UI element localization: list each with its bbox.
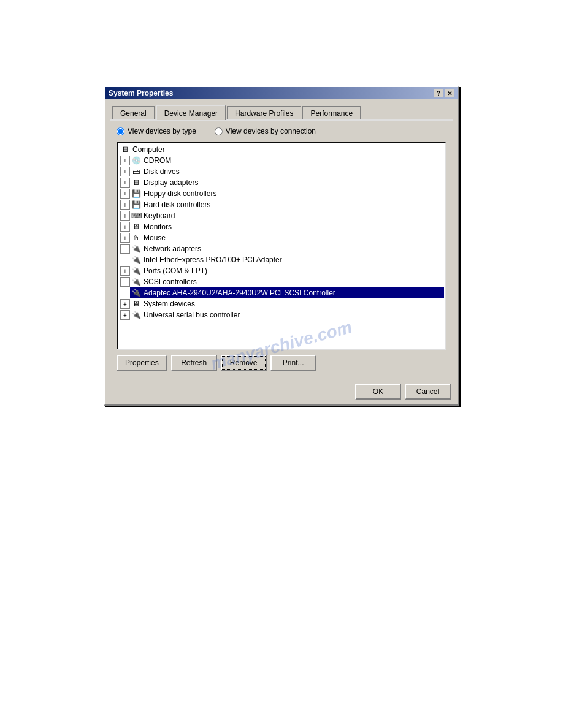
tree-label-display-adapters: Display adapters xyxy=(144,178,198,187)
floppy-icon: 💾 xyxy=(131,189,141,199)
expand-usb[interactable]: + xyxy=(120,310,130,320)
cancel-button[interactable]: Cancel xyxy=(405,384,451,400)
scsi-icon: 🔌 xyxy=(131,277,141,287)
tree-item-display-adapters[interactable]: + 🖥 Display adapters xyxy=(119,177,444,188)
ports-icon: 🔌 xyxy=(131,266,141,276)
radio-by-connection-input[interactable] xyxy=(215,127,223,135)
tree-label-network-adapters: Network adapters xyxy=(144,245,201,253)
dialog-content: General Device Manager Hardware Profiles… xyxy=(105,99,458,404)
tree-item-ports[interactable]: + 🔌 Ports (COM & LPT) xyxy=(119,265,444,276)
system-devices-icon: 🖥 xyxy=(131,299,141,309)
view-radio-group: View devices by type View devices by con… xyxy=(117,127,446,135)
disk-drives-icon: 🗃 xyxy=(131,167,141,176)
tree-label-hard-disk: Hard disk controllers xyxy=(144,200,210,209)
tree-label-system-devices: System devices xyxy=(144,300,195,308)
tab-performance[interactable]: Performance xyxy=(302,106,361,120)
expand-network-adapters[interactable]: − xyxy=(120,244,130,254)
tab-bar: General Device Manager Hardware Profiles… xyxy=(110,104,453,119)
tree-item-floppy[interactable]: + 💾 Floppy disk controllers xyxy=(119,188,444,199)
tab-general[interactable]: General xyxy=(112,106,155,120)
usb-icon: 🔌 xyxy=(131,310,141,320)
tree-label-usb: Universal serial bus controller xyxy=(144,311,240,319)
tree-item-hard-disk[interactable]: + 💾 Hard disk controllers xyxy=(119,199,444,210)
adaptec-icon: 🔌 xyxy=(131,288,141,298)
expand-display-adapters[interactable]: + xyxy=(120,178,130,188)
tree-item-adaptec[interactable]: 🔌 Adaptec AHA-2940U2/AHA-2940U2W PCI SCS… xyxy=(130,287,444,298)
tree-label-disk-drives: Disk drives xyxy=(144,167,180,176)
tree-label-monitors: Monitors xyxy=(144,222,172,231)
computer-icon: 🖥 xyxy=(120,145,130,154)
display-adapters-icon: 🖥 xyxy=(131,178,141,188)
tree-item-disk-drives[interactable]: + 🗃 Disk drives xyxy=(119,166,444,177)
expand-monitors[interactable]: + xyxy=(120,222,130,232)
expand-hard-disk[interactable]: + xyxy=(120,200,130,210)
expand-mouse[interactable]: + xyxy=(120,233,130,243)
hard-disk-icon: 💾 xyxy=(131,200,141,210)
radio-by-connection-label: View devices by connection xyxy=(226,127,316,135)
tree-label-mouse: Mouse xyxy=(144,233,166,242)
network-adapters-icon: 🔌 xyxy=(131,244,141,254)
expand-floppy[interactable]: + xyxy=(120,189,130,199)
expand-keyboard[interactable]: + xyxy=(120,211,130,221)
tree-label-adaptec: Adaptec AHA-2940U2/AHA-2940U2W PCI SCSI … xyxy=(144,289,335,297)
tree-item-monitors[interactable]: + 🖥 Monitors xyxy=(119,221,444,232)
tree-item-computer[interactable]: 🖥 Computer xyxy=(119,144,444,155)
tree-item-mouse[interactable]: + 🖱 Mouse xyxy=(119,232,444,243)
system-properties-dialog: System Properties ? ✕ General Device Man… xyxy=(104,86,459,406)
keyboard-icon: ⌨ xyxy=(131,211,141,221)
tree-item-cdrom[interactable]: + 💿 CDROM xyxy=(119,155,444,166)
tree-label-ports: Ports (COM & LPT) xyxy=(144,267,207,275)
tree-item-system-devices[interactable]: + 🖥 System devices xyxy=(119,298,444,309)
tab-panel-device-manager: View devices by type View devices by con… xyxy=(110,119,453,377)
tab-device-manager[interactable]: Device Manager xyxy=(156,105,226,120)
tree-item-usb[interactable]: + 🔌 Universal serial bus controller xyxy=(119,309,444,320)
intel-eth-icon: 🔌 xyxy=(131,255,141,265)
print-button[interactable]: Print... xyxy=(270,355,316,371)
remove-button[interactable]: Remove xyxy=(221,355,267,371)
title-bar-buttons: ? ✕ xyxy=(434,89,454,97)
dialog-title: System Properties xyxy=(109,89,173,97)
tree-label-scsi: SCSI controllers xyxy=(144,278,197,286)
expand-ports[interactable]: + xyxy=(120,266,130,276)
ok-button[interactable]: OK xyxy=(355,384,401,400)
radio-by-type-input[interactable] xyxy=(117,127,124,135)
properties-button[interactable]: Properties xyxy=(117,355,167,371)
mouse-icon: 🖱 xyxy=(131,233,141,243)
radio-view-by-type[interactable]: View devices by type xyxy=(117,127,196,135)
expand-system-devices[interactable]: + xyxy=(120,299,130,309)
tree-label-cdrom: CDROM xyxy=(144,156,171,165)
tree-item-keyboard[interactable]: + ⌨ Keyboard xyxy=(119,210,444,221)
tree-label-floppy: Floppy disk controllers xyxy=(144,189,216,198)
tab-hardware-profiles[interactable]: Hardware Profiles xyxy=(227,106,301,120)
tree-label-intel-eth: Intel EtherExpress PRO/100+ PCI Adapter xyxy=(144,256,282,264)
tree-item-network-adapters[interactable]: − 🔌 Network adapters xyxy=(119,243,444,254)
expand-cdrom[interactable]: + xyxy=(120,156,130,165)
expand-disk-drives[interactable]: + xyxy=(120,167,130,176)
title-bar: System Properties ? ✕ xyxy=(105,87,458,99)
tree-item-intel-eth[interactable]: 🔌 Intel EtherExpress PRO/100+ PCI Adapte… xyxy=(130,254,444,265)
tree-label-keyboard: Keyboard xyxy=(144,211,175,220)
expand-scsi[interactable]: − xyxy=(120,277,130,287)
tree-item-scsi[interactable]: − 🔌 SCSI controllers xyxy=(119,276,444,287)
cdrom-icon: 💿 xyxy=(131,156,141,165)
close-button[interactable]: ✕ xyxy=(445,89,454,97)
refresh-button[interactable]: Refresh xyxy=(171,355,217,371)
device-tree[interactable]: 🖥 Computer + 💿 CDROM + 🗃 Disk drives xyxy=(117,142,446,350)
ok-cancel-row: OK Cancel xyxy=(110,384,453,400)
radio-view-by-connection[interactable]: View devices by connection xyxy=(215,127,316,135)
help-button[interactable]: ? xyxy=(434,89,443,97)
action-buttons: Properties Refresh Remove Print... xyxy=(117,355,446,371)
monitors-icon: 🖥 xyxy=(131,222,141,232)
radio-by-type-label: View devices by type xyxy=(128,127,196,135)
tree-label-computer: Computer xyxy=(132,145,165,154)
